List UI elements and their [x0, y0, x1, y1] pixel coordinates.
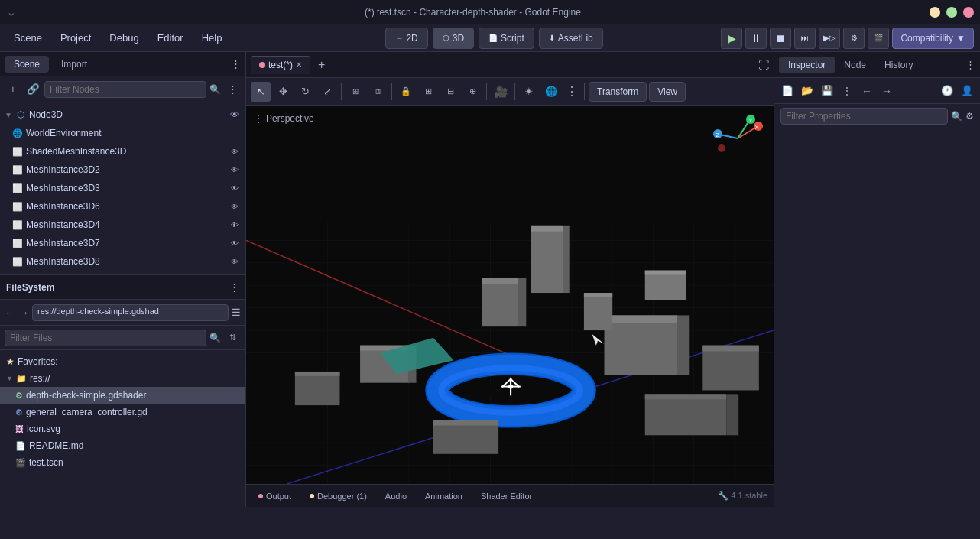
close-button[interactable]	[963, 7, 974, 18]
sun-tool[interactable]: ☀	[519, 82, 539, 102]
vis-mesh1[interactable]: 👁	[229, 145, 241, 157]
fs-scene-file[interactable]: 🎬 test.tscn	[0, 454, 245, 471]
pause-button[interactable]: ⏸	[745, 28, 767, 49]
snap-tool[interactable]: ⊟	[440, 82, 460, 102]
run-scene-button[interactable]: ▶▷	[819, 28, 840, 49]
scale-tool[interactable]: ⤢	[317, 82, 337, 102]
group-tool[interactable]: ⧉	[368, 82, 388, 102]
3d-button[interactable]: ⬡ 3D	[433, 28, 474, 49]
tree-item-mesh4[interactable]: ⬜ MeshInstance3D6 👁	[0, 197, 245, 216]
menu-help[interactable]: Help	[194, 29, 230, 47]
filter-nodes-input[interactable]	[44, 81, 206, 98]
animation-tab[interactable]: Animation	[419, 490, 469, 502]
output-tab[interactable]: Output	[252, 490, 297, 502]
tree-item-mesh1[interactable]: ⬜ ShadedMeshInstance3D 👁	[0, 142, 245, 161]
tree-item-mesh3[interactable]: ⬜ MeshInstance3D3 👁	[0, 179, 245, 197]
filesystem-more[interactable]: ⋮	[229, 281, 239, 293]
fullscreen-button[interactable]: ⛶	[758, 59, 769, 71]
lock-tool[interactable]: 🔒	[396, 82, 416, 102]
add-node-button[interactable]: +	[5, 81, 21, 98]
2d-button[interactable]: ↔ 2D	[385, 28, 427, 49]
pivot-tool[interactable]: ⊕	[462, 82, 482, 102]
scene-panel-more[interactable]: ⋮	[231, 58, 241, 70]
assetlib-button[interactable]: ⬇ AssetLib	[539, 28, 603, 49]
scene-options-button[interactable]: ⋮	[224, 81, 241, 98]
view-button[interactable]: View	[649, 82, 686, 102]
vis-mesh2[interactable]: 👁	[229, 164, 241, 176]
vis-mesh3[interactable]: 👁	[229, 182, 241, 194]
new-script-button[interactable]: 📄	[779, 83, 796, 99]
tree-item-mesh6[interactable]: ⬜ MeshInstance3D7 👁	[0, 234, 245, 252]
fs-shader-file[interactable]: ⚙ depth-check-simple.gdshader	[0, 387, 245, 404]
fs-forward-button[interactable]: →	[18, 307, 29, 319]
fs-filter-sort[interactable]: ⇅	[224, 330, 241, 346]
vis-mesh4[interactable]: 👁	[229, 200, 241, 213]
rotate-tool[interactable]: ↻	[295, 82, 315, 102]
tab-inspector[interactable]: Inspector	[779, 57, 835, 73]
viewport-tab-test[interactable]: test(*) ✕	[251, 56, 310, 74]
stop-button[interactable]: ⏹	[770, 28, 791, 49]
filter-settings-icon[interactable]: ⚙	[965, 111, 974, 122]
save-button[interactable]: 💾	[819, 83, 836, 99]
inspector-person-button[interactable]: 👤	[959, 83, 975, 99]
nav-forward-button[interactable]: →	[878, 83, 895, 99]
fs-readme-file[interactable]: 📄 README.md	[0, 437, 245, 454]
filter-search-button[interactable]: 🔍	[209, 84, 221, 95]
transform-button[interactable]: Transform	[589, 82, 647, 102]
fs-back-button[interactable]: ←	[5, 307, 15, 319]
vis-mesh7[interactable]: 👁	[229, 255, 241, 268]
ui-tool[interactable]: ⊞	[346, 82, 365, 102]
vis-mesh6[interactable]: 👁	[229, 237, 241, 249]
more-options-button[interactable]: ⋮	[839, 83, 855, 99]
script-button[interactable]: 📄 Script	[479, 28, 534, 49]
run-custom-button[interactable]: ⚙	[843, 28, 865, 49]
nav-back-button[interactable]: ←	[858, 83, 875, 99]
link-node-button[interactable]: 🔗	[24, 81, 41, 98]
movie-button[interactable]: 🎬	[868, 28, 889, 49]
tab-node[interactable]: Node	[835, 57, 875, 73]
align-tool[interactable]: ⊞	[418, 82, 438, 102]
move-tool[interactable]: ✥	[273, 82, 293, 102]
viewport-3d[interactable]: ⋮ Perspective X Y Z	[246, 106, 774, 484]
tree-item-worldenv[interactable]: 🌐 WorldEnvironment	[0, 124, 245, 142]
debugger-tab[interactable]: Debugger (1)	[303, 490, 373, 502]
tree-item-mesh5[interactable]: ⬜ MeshInstance3D4 👁	[0, 216, 245, 234]
fs-list-view-button[interactable]: ☰	[232, 307, 241, 318]
tab-scene[interactable]: Scene	[5, 56, 49, 73]
tab-close-button[interactable]: ✕	[296, 60, 302, 69]
tree-item-node3d[interactable]: ▼ ⬡ Node3D 👁	[0, 106, 245, 124]
shader-editor-tab[interactable]: Shader Editor	[475, 490, 538, 502]
tab-history[interactable]: History	[875, 57, 922, 73]
tree-item-mesh7[interactable]: ⬜ MeshInstance3D8 👁	[0, 252, 245, 271]
step-button[interactable]: ⏭	[794, 28, 816, 49]
camera-tool[interactable]: 🎥	[491, 82, 511, 102]
play-button[interactable]: ▶	[721, 28, 742, 49]
menu-scene[interactable]: Scene	[6, 29, 50, 47]
inspector-more[interactable]: ⋮	[965, 59, 975, 70]
tab-import[interactable]: Import	[52, 56, 96, 73]
filter-files-input[interactable]	[5, 330, 206, 346]
fs-res-folder[interactable]: ▼ 📁 res://	[0, 370, 245, 387]
filter-properties-input[interactable]	[780, 108, 948, 125]
vis-mesh5[interactable]: 👁	[229, 219, 241, 231]
minimize-button[interactable]	[930, 7, 940, 18]
vp-more-button[interactable]: ⋮	[563, 83, 580, 100]
fs-script-file[interactable]: ⚙ general_camera_controller.gd	[0, 404, 245, 420]
visibility-node3d[interactable]: 👁	[229, 109, 241, 121]
mesh1-label: ShadedMeshInstance3D	[26, 146, 226, 157]
menu-editor[interactable]: Editor	[150, 29, 191, 47]
fs-icon-file[interactable]: 🖼 icon.svg	[0, 420, 245, 437]
fs-filter-search[interactable]: 🔍	[209, 333, 221, 343]
menu-debug[interactable]: Debug	[102, 29, 146, 47]
maximize-button[interactable]	[946, 7, 957, 18]
select-tool[interactable]: ↖	[251, 82, 271, 102]
tree-item-mesh2[interactable]: ⬜ MeshInstance3D2 👁	[0, 161, 245, 179]
audio-tab[interactable]: Audio	[379, 490, 413, 502]
menu-project[interactable]: Project	[53, 29, 99, 47]
tab-add-button[interactable]: +	[313, 57, 329, 73]
open-script-button[interactable]: 📂	[799, 83, 816, 99]
env-tool[interactable]: 🌐	[541, 82, 561, 102]
history-button[interactable]: 🕐	[939, 83, 956, 99]
viewport-tab-bar: test(*) ✕ + ⛶	[246, 52, 774, 78]
compatibility-button[interactable]: Compatibility ▼	[892, 28, 974, 49]
